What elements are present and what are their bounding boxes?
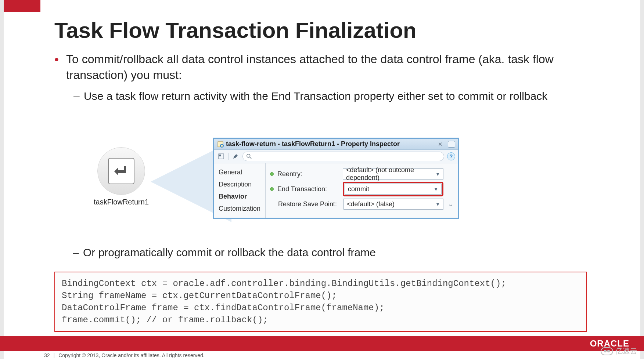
bullet-main: To commit/rollback all data control inst… — [54, 51, 611, 103]
brand-corner-block — [4, 0, 40, 12]
footer-stripe: ORACLE — [0, 336, 644, 351]
set-marker-icon — [270, 172, 274, 176]
inspector-search-input[interactable] — [242, 152, 444, 161]
slide-content: To commit/rollback all data control inst… — [54, 51, 611, 106]
prop-reentry-label: Reentry: — [277, 170, 339, 178]
chevron-down-icon: ▼ — [433, 186, 438, 192]
find-icon[interactable] — [217, 152, 225, 160]
prop-endtx-row: End Transaction: commit ▼ — [270, 182, 454, 196]
prop-endtx-select[interactable]: commit ▼ — [345, 184, 442, 195]
copyright-text: Copyright © 2013, Oracle and/or its affi… — [58, 352, 205, 358]
activity-circle-bg — [97, 147, 145, 195]
search-icon — [247, 154, 252, 159]
code-line-2: String frameName = ctx.getCurrentDataCon… — [62, 291, 337, 301]
code-line-4: frame.commit(); // or frame.rollback(); — [62, 315, 268, 325]
prop-reentry-select[interactable]: <default> (not outcome dependent) ▼ — [343, 168, 443, 180]
slide-footer: 32 | Copyright © 2013, Oracle and/or its… — [44, 352, 205, 358]
edit-icon[interactable] — [231, 152, 240, 160]
inspector-titlebar: task-flow-return - taskFlowReturn1 - Pro… — [214, 139, 458, 150]
bullet-sub-2-text: Or programatically commit or rollback th… — [83, 246, 376, 258]
prop-restore-row: Restore Save Point: <default> (false) ▼ … — [270, 199, 454, 210]
watermark: 亿速云 — [601, 346, 637, 356]
chevron-down-icon: ▼ — [435, 171, 440, 177]
return-activity-icon — [108, 158, 134, 184]
prop-endtx-label: End Transaction: — [277, 185, 339, 193]
tab-behavior[interactable]: Behavior — [214, 191, 265, 203]
svg-rect-4 — [219, 155, 221, 156]
window-restore-button[interactable] — [448, 141, 455, 148]
prop-endtx-value: commit — [348, 185, 369, 193]
help-button[interactable]: ? — [447, 152, 455, 160]
bullet-main-text: To commit/rollback all data control inst… — [66, 52, 554, 81]
activity-node: taskFlowReturn1 — [92, 145, 151, 208]
inspector-toolbar: ? — [214, 150, 458, 163]
inspector-properties: Reentry: <default> (not outcome dependen… — [266, 163, 458, 218]
prop-reentry-value: <default> (not outcome dependent) — [346, 166, 435, 182]
watermark-icon — [601, 347, 613, 355]
svg-line-6 — [250, 157, 251, 159]
prop-restore-value: <default> (false) — [347, 200, 395, 208]
chevron-down-icon: ▼ — [435, 202, 440, 207]
code-line-3: DataControlFrame frame = ctx.findDataCon… — [62, 303, 385, 313]
set-marker-icon — [270, 187, 274, 191]
slide: Task Flow Transaction Finalization To co… — [4, 0, 640, 359]
tab-customization[interactable]: Customization — [214, 203, 265, 215]
dropdown-extra-icon[interactable]: ⌄ — [447, 200, 454, 208]
inspector-tabs: General Description Behavior Customizati… — [214, 163, 266, 218]
page-number: 32 — [44, 352, 50, 358]
tab-description[interactable]: Description — [214, 178, 265, 191]
bullet-sub-2-container: Or programatically commit or rollback th… — [65, 245, 611, 260]
inspector-body: General Description Behavior Customizati… — [214, 163, 458, 218]
tab-general[interactable]: General — [214, 166, 265, 178]
code-line-1: BindingContext ctx = oracle.adf.controll… — [62, 279, 506, 289]
activity-label: taskFlowReturn1 — [94, 198, 149, 206]
prop-restore-select[interactable]: <default> (false) ▼ — [343, 199, 443, 210]
code-block: BindingContext ctx = oracle.adf.controll… — [54, 272, 587, 332]
highlight-box: commit ▼ — [343, 182, 443, 196]
bullet-sub-1: Use a task flow return activity with the… — [66, 89, 611, 103]
svg-point-5 — [247, 154, 250, 157]
inspector-title-text: task-flow-return - taskFlowReturn1 - Pro… — [226, 140, 436, 148]
bullet-sub-2: Or programatically commit or rollback th… — [65, 245, 611, 260]
slide-title: Task Flow Transaction Finalization — [54, 18, 417, 43]
prop-restore-label: Restore Save Point: — [278, 200, 340, 208]
inspector-title-icon — [217, 141, 224, 148]
toolbar-separator — [228, 153, 229, 160]
footer-separator: | — [54, 352, 55, 358]
prop-reentry-row: Reentry: <default> (not outcome dependen… — [270, 168, 454, 180]
figure-row: taskFlowReturn1 task-flow-return - taskF… — [92, 139, 500, 239]
watermark-text: 亿速云 — [615, 346, 637, 356]
property-inspector-panel: task-flow-return - taskFlowReturn1 - Pro… — [213, 138, 459, 219]
bullet-sub-1-text: Use a task flow return activity with the… — [84, 90, 547, 102]
close-icon[interactable]: ✕ — [438, 141, 443, 148]
